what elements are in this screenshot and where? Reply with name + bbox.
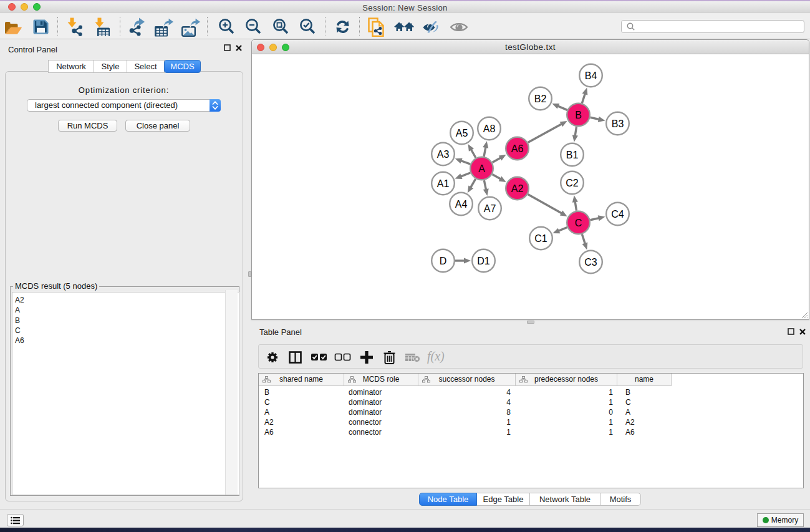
svg-text:A3: A3 bbox=[437, 149, 450, 160]
svg-text:B4: B4 bbox=[585, 70, 597, 81]
svg-text:C: C bbox=[575, 218, 582, 228]
svg-text:B3: B3 bbox=[612, 118, 624, 129]
svg-text:A4: A4 bbox=[455, 199, 468, 210]
svg-text:A8: A8 bbox=[483, 123, 496, 134]
svg-text:A1: A1 bbox=[437, 178, 450, 189]
svg-text:C1: C1 bbox=[534, 233, 547, 244]
svg-text:D1: D1 bbox=[477, 256, 490, 266]
svg-text:A6: A6 bbox=[511, 143, 524, 154]
svg-text:C2: C2 bbox=[566, 178, 579, 188]
svg-text:A5: A5 bbox=[456, 128, 468, 138]
svg-text:A: A bbox=[478, 163, 485, 174]
svg-text:A7: A7 bbox=[484, 203, 496, 214]
svg-text:C3: C3 bbox=[584, 257, 597, 268]
svg-text:C4: C4 bbox=[611, 209, 624, 220]
svg-text:B1: B1 bbox=[566, 150, 579, 160]
svg-text:B2: B2 bbox=[534, 94, 547, 104]
svg-text:A2: A2 bbox=[511, 183, 524, 194]
svg-text:B: B bbox=[575, 110, 582, 120]
svg-text:D: D bbox=[440, 256, 447, 266]
